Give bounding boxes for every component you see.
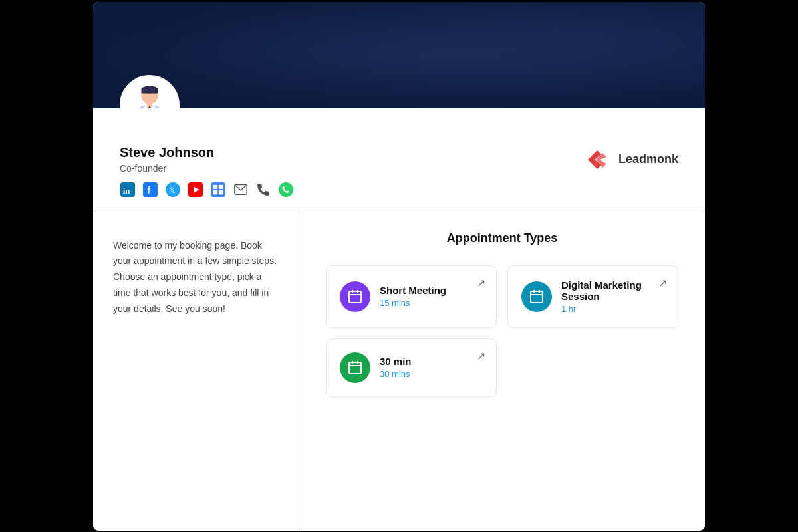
welcome-text: Welcome to my booking page. Book your ap… [113, 238, 279, 317]
svg-rect-20 [219, 190, 223, 194]
svg-rect-19 [213, 190, 217, 194]
social-icons: in f 𝕏 [120, 182, 294, 198]
email-icon[interactable] [233, 182, 249, 198]
appointment-card-digital-marketing[interactable]: Digital Marketing Session 1 hr ↗︎ [507, 265, 678, 328]
short-meeting-name: Short Meeting [380, 285, 483, 296]
svg-rect-29 [531, 291, 543, 303]
appointment-card-short-meeting[interactable]: Short Meeting 15 mins ↗︎ [326, 265, 497, 328]
svg-rect-25 [349, 291, 361, 303]
profile-section: Steve Johnson Co-founder in f 𝕏 [93, 108, 705, 211]
avatar-container [120, 75, 180, 108]
appointment-card-30min[interactable]: 30 min 30 mins ↗︎ [326, 338, 497, 397]
svg-text:f: f [147, 185, 150, 195]
appointment-grid: Short Meeting 15 mins ↗︎ [326, 265, 678, 397]
calendar-grid-icon[interactable] [210, 182, 226, 198]
short-meeting-duration: 15 mins [380, 298, 483, 308]
30min-external-icon: ↗︎ [477, 350, 485, 362]
30min-info: 30 min 30 mins [380, 356, 483, 379]
svg-rect-18 [219, 184, 223, 188]
short-meeting-icon [340, 281, 370, 312]
digital-marketing-name: Digital Marketing Session [561, 279, 664, 302]
svg-text:in: in [123, 186, 130, 195]
main-content: Welcome to my booking page. Book your ap… [93, 211, 705, 531]
right-panel: Appointment Types Short Meeting [299, 211, 705, 531]
digital-marketing-icon [521, 281, 552, 312]
avatar [120, 75, 180, 108]
svg-rect-2 [141, 89, 158, 93]
profile-title: Co-founder [120, 163, 294, 174]
phone-icon[interactable] [255, 182, 271, 198]
svg-rect-33 [349, 362, 361, 374]
twitter-icon[interactable]: 𝕏 [165, 182, 181, 198]
linkedin-icon[interactable]: in [120, 182, 136, 198]
svg-text:𝕏: 𝕏 [169, 185, 176, 194]
whatsapp-icon[interactable] [278, 182, 294, 198]
short-meeting-info: Short Meeting 15 mins [380, 285, 483, 308]
facebook-icon[interactable]: f [142, 182, 158, 198]
leadmonk-logo [583, 145, 612, 174]
youtube-icon[interactable] [188, 182, 203, 198]
svg-point-22 [279, 182, 293, 197]
digital-marketing-duration: 1 hr [561, 304, 664, 314]
brand-section: Leadmonk [583, 145, 678, 174]
digital-marketing-info: Digital Marketing Session 1 hr [561, 279, 664, 314]
30min-duration: 30 mins [380, 369, 483, 379]
digital-marketing-external-icon: ↗︎ [658, 277, 667, 289]
profile-left: Steve Johnson Co-founder in f 𝕏 [120, 145, 294, 198]
30min-name: 30 min [380, 356, 483, 367]
short-meeting-external-icon: ↗︎ [477, 277, 485, 289]
profile-name: Steve Johnson [120, 145, 294, 160]
page-wrapper: Steve Johnson Co-founder in f 𝕏 [93, 2, 705, 531]
svg-rect-17 [213, 184, 217, 188]
brand-name: Leadmonk [618, 152, 678, 166]
appointment-types-title: Appointment Types [326, 231, 678, 245]
30min-icon [340, 352, 370, 383]
header-banner [93, 2, 705, 108]
left-panel: Welcome to my booking page. Book your ap… [93, 211, 299, 531]
svg-rect-16 [211, 182, 225, 197]
